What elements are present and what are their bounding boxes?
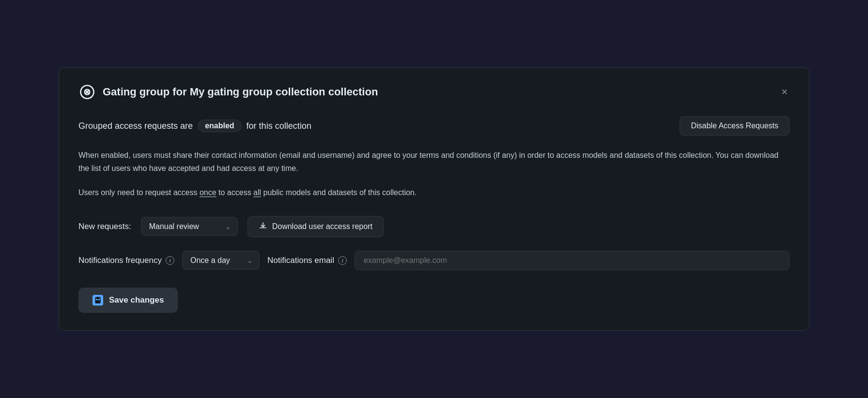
email-label: Notifications email [267, 256, 334, 265]
download-icon [259, 221, 267, 232]
once-note: Users only need to request access once t… [78, 186, 790, 199]
once-word: once [200, 188, 217, 197]
svg-rect-6 [96, 300, 100, 303]
freq-select[interactable]: Once a day Immediately Weekly Never [182, 251, 260, 270]
save-changes-label: Save changes [109, 295, 164, 305]
enabled-badge: enabled [198, 120, 241, 132]
freq-info-icon: i [166, 256, 174, 265]
access-status-text: Grouped access requests are enabled for … [78, 120, 311, 132]
new-requests-row: New requests: Manual review Auto-approve… [78, 216, 790, 237]
modal-title: Gating group for My gating group collect… [103, 86, 378, 98]
modal-container: Gating group for My gating group collect… [59, 67, 809, 330]
download-report-label: Download user access report [272, 222, 372, 231]
disable-access-button[interactable]: Disable Access Requests [680, 116, 790, 136]
notifications-row: Notifications frequency i Once a day Imm… [78, 251, 790, 270]
email-info-icon: i [338, 256, 347, 265]
access-prefix: Grouped access requests are [78, 121, 193, 131]
all-word: all [253, 188, 261, 197]
once-part2: to access [217, 188, 253, 197]
new-requests-select[interactable]: Manual review Auto-approve [141, 217, 238, 236]
svg-rect-5 [96, 297, 99, 299]
freq-select-wrapper: Once a day Immediately Weekly Never ⌄ [182, 251, 260, 270]
email-label-group: Notifications email i [267, 256, 347, 265]
description-main: When enabled, users must share their con… [78, 149, 790, 175]
email-input[interactable] [355, 251, 790, 270]
download-report-button[interactable]: Download user access report [248, 216, 384, 237]
save-icon [93, 295, 103, 306]
new-requests-select-wrapper: Manual review Auto-approve ⌄ [141, 217, 238, 236]
freq-label: Notifications frequency [78, 256, 162, 265]
modal-title-group: Gating group for My gating group collect… [78, 83, 378, 101]
gate-icon [78, 83, 96, 101]
close-button[interactable]: × [779, 85, 790, 99]
once-part3: public models and datasets of this colle… [261, 188, 417, 197]
save-changes-button[interactable]: Save changes [78, 288, 178, 313]
freq-label-group: Notifications frequency i [78, 256, 174, 265]
new-requests-label: New requests: [78, 222, 131, 231]
modal-header: Gating group for My gating group collect… [78, 83, 790, 101]
once-part1: Users only need to request access [78, 188, 200, 197]
access-suffix: for this collection [247, 121, 311, 131]
access-row: Grouped access requests are enabled for … [78, 116, 790, 136]
